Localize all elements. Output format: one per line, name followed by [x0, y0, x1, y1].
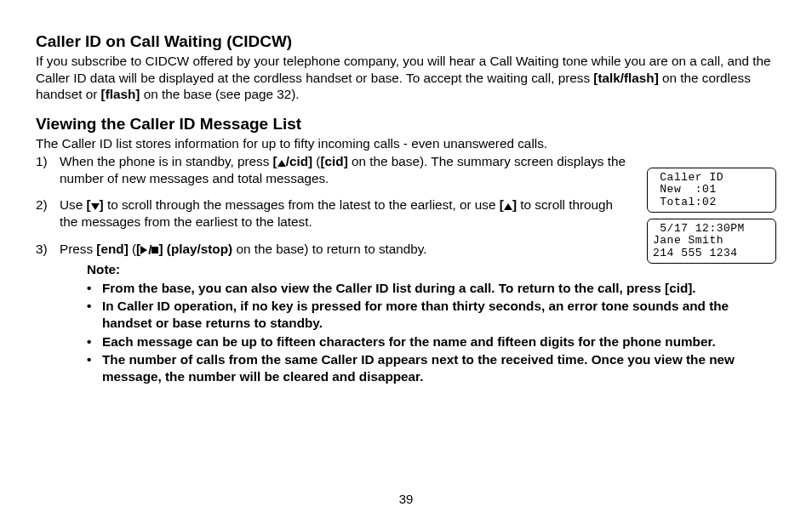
note-text: Each message can be up to fifteen charac…	[102, 333, 778, 350]
up-arrow-icon	[504, 203, 512, 210]
key-end: [end]	[96, 242, 128, 256]
step-body: Use [] to scroll through the messages fr…	[60, 196, 632, 230]
lcd-caller-detail-screen: 5/17 12:30PM Jane Smith 214 555 1234	[647, 219, 776, 264]
bullet-icon: •	[87, 298, 102, 331]
step-body: When the phone is in standby, press [/ci…	[60, 153, 632, 186]
lcd-line: Caller ID	[653, 171, 723, 184]
bullet-icon: •	[87, 280, 102, 297]
steps-list: 1) When the phone is in standby, press […	[36, 153, 632, 258]
step-2: 2) Use [] to scroll through the messages…	[36, 196, 632, 230]
bracket-close-label: ] (play/stop)	[158, 242, 232, 256]
lcd-line: Total:02	[653, 196, 717, 208]
lcd-line: 214 555 1234	[653, 247, 738, 259]
lcd-line: 5/17 12:30PM	[653, 222, 745, 235]
text-run: (	[129, 242, 136, 256]
lcd-line: New :01	[653, 183, 717, 196]
lcd-summary-screen: Caller ID New :01 Total:02	[647, 168, 776, 213]
lcd-line: Jane Smith	[653, 234, 723, 247]
down-arrow-icon	[91, 203, 100, 210]
play-stop-icon: /	[140, 242, 158, 259]
text-run: Use	[60, 197, 86, 212]
note-item: • From the base, you can also view the C…	[87, 280, 778, 297]
section-intro-cid-list: The Caller ID list stores information fo…	[36, 135, 776, 152]
manual-page: Caller ID on Call Waiting (CIDCW) If you…	[0, 0, 812, 518]
note-item: • Each message can be up to fifteen char…	[87, 333, 778, 350]
note-text: From the base, you can also view the Cal…	[102, 280, 778, 297]
bullet-icon: •	[87, 351, 102, 384]
section-heading-cid-list: Viewing the Caller ID Message List	[36, 115, 776, 134]
text-run: When the phone is in standby, press	[60, 154, 273, 168]
step-body: Press [end] ([/] (play/stop) on the base…	[60, 241, 632, 259]
up-arrow-icon	[277, 160, 286, 167]
text-run: Press	[60, 242, 96, 256]
key-flash: [flash]	[101, 87, 140, 101]
bullet-icon: •	[87, 333, 102, 350]
step-1: 1) When the phone is in standby, press […	[36, 153, 632, 186]
key-scroll-down: []	[86, 197, 103, 212]
text-run: on the base) to return to standby.	[232, 242, 426, 256]
text-run: on the base (see page 32).	[140, 87, 299, 101]
note-text: The number of calls from the same Caller…	[102, 351, 778, 384]
step-3: 3) Press [end] ([/] (play/stop) on the b…	[36, 241, 632, 259]
text-run: to scroll through the messages from the …	[104, 197, 500, 212]
note-item: • The number of calls from the same Call…	[87, 351, 778, 384]
step-number: 2)	[36, 196, 60, 230]
step-number: 3)	[36, 241, 60, 259]
note-text: In Caller ID operation, if no key is pre…	[102, 298, 778, 331]
key-label: /cid]	[286, 154, 312, 168]
page-number: 39	[0, 492, 812, 506]
key-cid-up: [/cid]	[273, 154, 313, 168]
note-block: Note: • From the base, you can also view…	[87, 261, 778, 384]
section-heading-cidcw: Caller ID on Call Waiting (CIDCW)	[36, 32, 776, 51]
key-scroll-up: []	[500, 197, 517, 212]
key-talk-flash: [talk/flash]	[593, 71, 659, 85]
section-body-cidcw: If you subscribe to CIDCW offered by you…	[36, 53, 776, 103]
step-number: 1)	[36, 153, 60, 186]
key-cid-base: [cid]	[320, 154, 347, 168]
note-heading: Note:	[87, 261, 778, 278]
key-play-stop: [/] (play/stop)	[136, 242, 232, 256]
note-item: • In Caller ID operation, if no key is p…	[87, 298, 778, 331]
